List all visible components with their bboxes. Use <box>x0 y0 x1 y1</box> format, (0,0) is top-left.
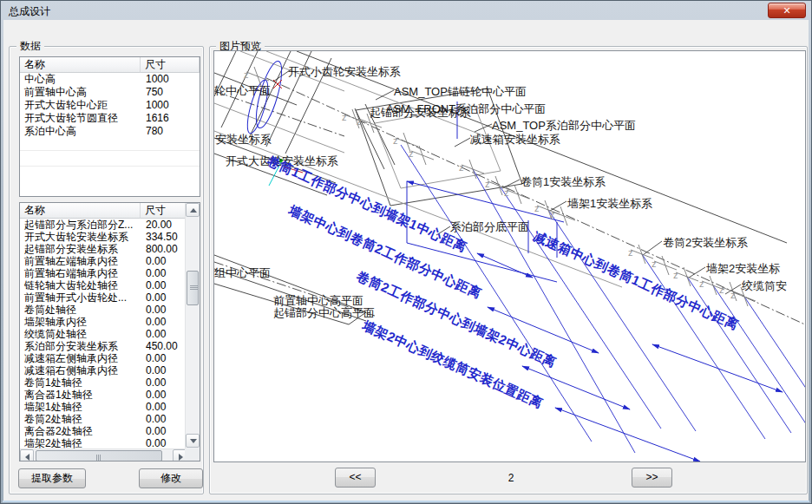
table2-rows: 起锚部分与系泊部分Z...20.00开式大齿轮安装坐标系334.50起锚部分安装… <box>20 219 200 449</box>
window-title: 总成设计 <box>9 4 50 19</box>
table-row[interactable]: 前置轴中心高750 <box>20 86 200 99</box>
dialog-client-area: 数据 名称 尺寸 中心高1000前置轴中心高750开式大齿轮中心距1000开式大… <box>3 20 809 501</box>
table-row[interactable]: 开式大齿轮中心距1000 <box>20 99 200 112</box>
cell-name: 卷筒2处轴径 <box>20 413 141 425</box>
table1-rows: 中心高1000前置轴中心高750开式大齿轮中心距1000开式大齿轮节圆直径161… <box>20 73 200 138</box>
drawing-label: 卷筒2安装坐标系 <box>663 237 748 249</box>
thumb-grip-icon <box>96 455 101 461</box>
cell-name: 减速箱右侧轴承内径 <box>20 364 141 376</box>
cell-size: 1000 <box>141 73 200 86</box>
datum-axis-letter: z <box>673 270 678 280</box>
datum-axis-letter: z <box>652 259 657 269</box>
page-number: 2 <box>485 472 537 484</box>
datum-axis-letter: z <box>730 290 736 300</box>
table-row[interactable]: 链轮轴大齿轮处轴径0.00 <box>20 279 200 291</box>
cell-name: 离合器1处轴径 <box>20 389 141 401</box>
drawing-preview[interactable]: zzzzzzzzzzzzzzzz 开式小齿轮安装坐标系轮中心平面ASM_TOP锚… <box>213 50 806 462</box>
table-row[interactable]: 减速箱右侧轴承内径0.00 <box>20 364 200 376</box>
datum-axis-letter: z <box>699 278 704 289</box>
cell-name: 墙架1处轴径 <box>20 401 141 413</box>
cell-name: 系泊中心高 <box>20 125 141 138</box>
table2-header-size[interactable]: 尺寸 <box>141 203 187 219</box>
cell-name: 开式大齿轮安装坐标系 <box>20 231 141 243</box>
cell-name: 前置轴右端轴承内径 <box>20 267 141 279</box>
cell-name: 墙架轴承内径 <box>20 316 141 328</box>
dialog-window: 总成设计 ✕ 数据 名称 尺寸 中心高1000前置轴中心高750开式大齿轮中心距… <box>0 0 812 504</box>
scrollbar-corner <box>185 448 200 461</box>
table-row[interactable]: 系泊中心高780 <box>20 125 200 138</box>
extract-parameters-button[interactable]: 提取参数 <box>18 468 86 488</box>
cell-size: 750 <box>141 86 200 99</box>
cell-name: 墙架2处轴径 <box>20 437 141 449</box>
cell-name: 绞缆筒处轴径 <box>20 328 141 340</box>
cell-name: 系泊部分安装坐标系 <box>20 340 141 352</box>
drawing-label: 开式小齿轮安装坐标系 <box>288 66 401 78</box>
table-row[interactable]: 绞缆筒处轴径0.00 <box>20 328 200 340</box>
drawing-label: ASM_TOP锚链轮中心平面 <box>394 86 527 98</box>
drawing-label: 绞缆筒安 <box>742 280 787 292</box>
table-row[interactable]: 起锚部分安装坐标系800.00 <box>20 243 200 255</box>
parameters-table-1[interactable]: 名称 尺寸 中心高1000前置轴中心高750开式大齿轮中心距1000开式大齿轮节… <box>19 56 200 197</box>
table-row[interactable]: 开式大齿轮安装坐标系334.50 <box>20 231 200 243</box>
vertical-scroll-thumb[interactable] <box>187 271 199 305</box>
table1-header-size[interactable]: 尺寸 <box>141 57 200 73</box>
drawing-label: 系泊部分底平面 <box>450 221 529 233</box>
cell-size: 1000 <box>141 99 200 112</box>
cell-name: 前置轴中心高 <box>20 86 141 99</box>
scroll-up-button[interactable] <box>186 203 200 217</box>
table-row[interactable]: 前置轴左端轴承内径0.00 <box>20 255 200 267</box>
horizontal-scrollbar[interactable] <box>20 448 187 461</box>
titlebar[interactable]: 总成设计 ✕ <box>1 1 811 20</box>
cell-name: 前置轴开式小齿轮处... <box>20 291 141 304</box>
parameters-table-2[interactable]: 名称 尺寸 起锚部分与系泊部分Z...20.00开式大齿轮安装坐标系334.50… <box>19 202 200 461</box>
table-row[interactable]: 起锚部分与系泊部分Z...20.00 <box>20 219 200 231</box>
horizontal-scroll-thumb[interactable] <box>36 450 162 461</box>
vertical-scrollbar[interactable] <box>185 203 200 448</box>
cell-name: 开式大齿轮节圆直径 <box>20 112 141 125</box>
cell-name: 链轮轴大齿轮处轴径 <box>20 279 141 291</box>
table-row[interactable]: 离合器1处轴径0.00 <box>20 389 200 401</box>
table2-header-name[interactable]: 名称 <box>20 203 141 219</box>
table-row[interactable]: 开式大齿轮节圆直径1616 <box>20 112 200 125</box>
table2-header: 名称 尺寸 <box>20 203 187 219</box>
table-row[interactable]: 系泊部分安装坐标系450.00 <box>20 340 200 352</box>
scroll-left-button[interactable] <box>20 449 34 461</box>
scroll-left-icon <box>25 454 29 461</box>
table-row[interactable]: 墙架2处轴径0.00 <box>20 437 200 449</box>
drawing-label: 起锚部分中心高平面 <box>273 307 375 319</box>
table-row[interactable]: 墙架1处轴径0.00 <box>20 401 200 413</box>
drawing-label: 墙架1安装坐标系 <box>567 198 652 210</box>
table-row[interactable]: 减速箱左侧轴承内径0.00 <box>20 352 200 364</box>
drawing-label: ASM_TOP系泊部分中心平面 <box>492 120 636 132</box>
table-row[interactable]: 墙架轴承内径0.00 <box>20 316 200 328</box>
datum-axis-letter: z <box>534 203 540 213</box>
scroll-down-button[interactable] <box>186 434 200 448</box>
modify-button[interactable]: 修改 <box>139 468 203 488</box>
datum-axis-letter: z <box>504 187 509 198</box>
empty-row-separator <box>20 166 200 167</box>
scroll-right-icon <box>179 454 183 461</box>
table-row[interactable]: 离合器2处轴径0.00 <box>20 425 200 437</box>
drawing-label: 组中心平面 <box>214 267 271 279</box>
table-row[interactable]: 前置轴开式小齿轮处...0.00 <box>20 291 200 304</box>
table-row[interactable]: 中心高1000 <box>20 73 200 86</box>
cell-name: 起锚部分与系泊部分Z... <box>20 219 141 231</box>
table1-header-name[interactable]: 名称 <box>20 57 141 73</box>
datum-axis-letter: z <box>342 112 347 122</box>
table-row[interactable]: 卷筒处轴径0.00 <box>20 304 200 316</box>
datum-axis-letter: z <box>244 69 249 80</box>
datum-axis-letter: z <box>485 179 490 189</box>
drawing-label: 轮中心平面 <box>214 85 271 97</box>
datum-axis-letter: z <box>550 209 555 219</box>
table-row[interactable]: 卷筒1处轴径0.00 <box>20 376 200 389</box>
cell-name: 开式大齿轮中心距 <box>20 99 141 112</box>
next-page-button[interactable]: >> <box>632 468 672 488</box>
close-button[interactable]: ✕ <box>768 3 806 18</box>
drawing-label: 前置轴中心高平面 <box>273 295 363 307</box>
table-row[interactable]: 前置轴右端轴承内径0.00 <box>20 267 200 279</box>
drawing-label: 卷筒1安装坐标系 <box>521 176 606 188</box>
datum-axis-letter: z <box>357 116 362 127</box>
prev-page-button[interactable]: << <box>335 468 376 488</box>
table-row[interactable]: 卷筒2处轴径0.00 <box>20 413 200 425</box>
cell-name: 前置轴左端轴承内径 <box>20 255 141 267</box>
